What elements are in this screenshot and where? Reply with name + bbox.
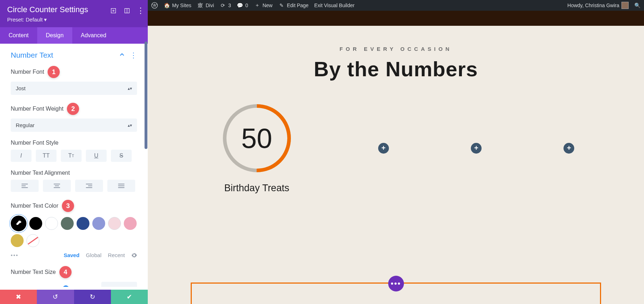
swatch-green[interactable]	[61, 217, 74, 230]
circle-counter-module[interactable]: 50 Birthday Treats	[218, 102, 296, 194]
style-underline-button[interactable]: U	[86, 150, 107, 162]
annotation-badge-2: 2	[67, 103, 79, 115]
exit-builder-link[interactable]: Exit Visual Builder	[314, 3, 355, 8]
responsive-icon[interactable]	[123, 7, 131, 14]
add-module-button-1[interactable]: +	[378, 143, 389, 154]
svg-rect-0	[111, 9, 116, 13]
dashboard-icon: 🕸	[197, 2, 204, 9]
undo-button[interactable]: ↺	[37, 290, 74, 304]
label-text-size: Number Text Size	[11, 269, 56, 275]
field-number-text-color: Number Text Color 3 ••• Saved	[11, 200, 137, 258]
swatch-white[interactable]	[45, 217, 58, 230]
swatch-more-icon[interactable]: •••	[11, 252, 19, 258]
swatch-black[interactable]	[29, 217, 42, 230]
swatch-tab-saved[interactable]: Saved	[64, 252, 79, 258]
settings-panel: Circle Counter Settings Preset: Default …	[0, 0, 148, 304]
cancel-button[interactable]: ✖	[0, 290, 37, 304]
style-strikethrough-button[interactable]: S	[111, 150, 132, 162]
field-number-text-alignment: Number Text Alignment	[11, 170, 137, 192]
chevron-updown-icon: ▴▾	[128, 86, 132, 91]
panel-body: Number Text ⋮ Number Font 1 Jost ▴▾ Numb…	[0, 44, 148, 287]
size-slider-thumb[interactable]	[63, 285, 69, 287]
redo-button[interactable]: ↻	[74, 290, 111, 304]
section-title: Number Text	[11, 51, 53, 59]
more-icon[interactable]: ⋮	[137, 7, 144, 14]
headline-text: By the Numbers	[148, 57, 644, 81]
panel-actions: ✖ ↺ ↻ ✔	[0, 290, 148, 304]
style-italic-button[interactable]: I	[11, 150, 31, 162]
header-band	[148, 11, 644, 26]
add-module-button-2[interactable]: +	[471, 143, 482, 154]
select-font-value: Jost	[16, 85, 26, 91]
howdy-user[interactable]: Howdy, Christina Gwira	[567, 2, 629, 9]
annotation-badge-4: 4	[59, 266, 72, 278]
label-text-color: Number Text Color	[11, 203, 58, 209]
wp-logo-icon[interactable]	[151, 2, 158, 9]
collapse-icon[interactable]	[119, 51, 125, 59]
svg-point-1	[113, 10, 114, 11]
panel-tabs: Content Design Advanced	[0, 27, 148, 44]
panel-header: Circle Counter Settings Preset: Default …	[0, 0, 148, 27]
align-center-button[interactable]	[43, 180, 71, 192]
comment-icon: 💬	[237, 2, 243, 9]
section-outline[interactable]: •••	[191, 283, 601, 304]
wp-admin-bar: 🏠My Sites 🕸Divi ⟳3 💬0 ＋New ✎Edit Page Ex…	[148, 0, 644, 11]
page-preview: FOR EVERY OCCASION By the Numbers 50 Bir…	[148, 26, 644, 304]
svg-point-4	[152, 3, 157, 8]
panel-scrollbar[interactable]	[145, 42, 147, 149]
new-link[interactable]: ＋New	[254, 2, 273, 9]
swatch-navy[interactable]	[77, 217, 89, 230]
counter-number: 50	[221, 102, 293, 174]
swatch-periwinkle[interactable]	[92, 217, 105, 230]
swatch-none[interactable]	[26, 234, 39, 247]
swatch-tab-global[interactable]: Global	[86, 252, 101, 258]
label-number-font-style: Number Font Style	[11, 140, 58, 146]
chevron-updown-icon: ▴▾	[128, 123, 132, 128]
select-number-font-weight[interactable]: Regular ▴▾	[11, 119, 137, 132]
counter-label: Birthday Treats	[224, 183, 289, 194]
search-icon[interactable]: 🔍	[634, 3, 640, 8]
field-number-font-style: Number Font Style I TT TT U S	[11, 140, 137, 162]
tab-advanced[interactable]: Advanced	[72, 27, 115, 44]
label-text-alignment: Number Text Alignment	[11, 170, 70, 176]
field-number-text-size: Number Text Size 4 72px	[11, 266, 137, 287]
swatch-blush[interactable]	[108, 217, 121, 230]
preview-area: 🏠My Sites 🕸Divi ⟳3 💬0 ＋New ✎Edit Page Ex…	[148, 0, 644, 304]
field-number-font-weight: Number Font Weight 2 Regular ▴▾	[11, 103, 137, 132]
style-smallcaps-button[interactable]: TT	[61, 150, 82, 162]
save-button[interactable]: ✔	[111, 290, 148, 304]
tab-design[interactable]: Design	[37, 27, 72, 44]
updates-link[interactable]: ⟳3	[220, 2, 231, 9]
tab-content[interactable]: Content	[0, 27, 37, 44]
section-more-icon[interactable]: ⋮	[130, 51, 137, 59]
swatch-tab-recent[interactable]: Recent	[108, 252, 125, 258]
expand-icon[interactable]	[110, 7, 117, 14]
align-justify-button[interactable]	[107, 180, 135, 192]
align-left-button[interactable]	[11, 180, 39, 192]
section-header[interactable]: Number Text ⋮	[11, 51, 137, 59]
size-value-input[interactable]: 72px	[101, 282, 137, 287]
site-link[interactable]: 🕸Divi	[197, 2, 214, 9]
counter-row: 50 Birthday Treats + + +	[148, 102, 644, 194]
align-right-button[interactable]	[75, 180, 103, 192]
select-weight-value: Regular	[16, 122, 35, 128]
select-number-font[interactable]: Jost ▴▾	[11, 82, 137, 95]
plus-icon: ＋	[254, 2, 260, 9]
preset-selector[interactable]: Preset: Default ▾	[7, 16, 141, 23]
label-number-font: Number Font	[11, 69, 44, 75]
swatch-gold[interactable]	[11, 234, 24, 247]
my-sites-link[interactable]: 🏠My Sites	[164, 2, 191, 9]
gear-icon[interactable]	[131, 252, 137, 258]
swatch-pink[interactable]	[124, 217, 137, 230]
style-uppercase-button[interactable]: TT	[36, 150, 57, 162]
edit-page-link[interactable]: ✎Edit Page	[278, 2, 309, 9]
color-swatch-row	[11, 216, 137, 247]
field-number-font: Number Font 1 Jost ▴▾	[11, 66, 137, 95]
section-handle-button[interactable]: •••	[388, 276, 404, 291]
pencil-icon: ✎	[278, 2, 285, 9]
add-module-button-3[interactable]: +	[564, 143, 574, 154]
sites-icon: 🏠	[164, 2, 170, 9]
eyedropper-swatch[interactable]	[11, 216, 26, 231]
comments-link[interactable]: 💬0	[237, 2, 248, 9]
kicker-text: FOR EVERY OCCASION	[148, 46, 644, 52]
